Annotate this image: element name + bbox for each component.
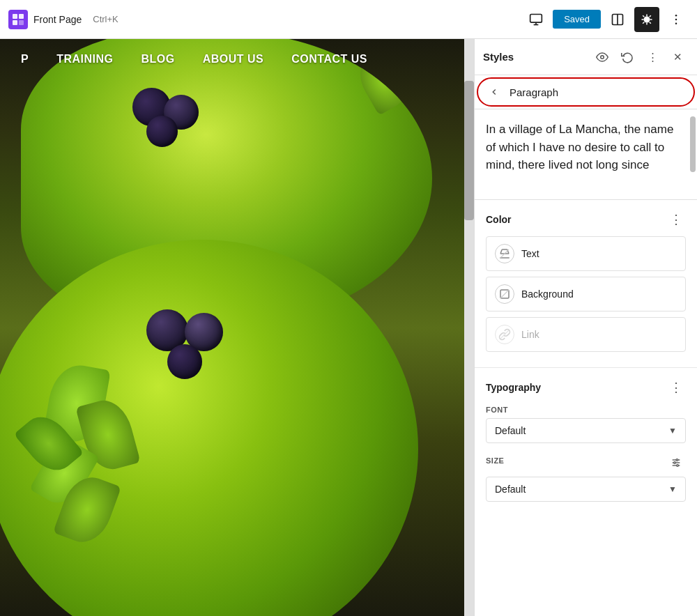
svg-rect-4 bbox=[530, 14, 542, 22]
text-preview-scrollbar[interactable] bbox=[690, 109, 696, 199]
font-select[interactable]: Default ▼ bbox=[486, 418, 686, 443]
svg-rect-1 bbox=[19, 14, 24, 19]
history-button[interactable] bbox=[616, 46, 638, 68]
nav-overlay: P TRAINING BLOG ABOUT US CONTACT US bbox=[0, 53, 388, 66]
close-panel-button[interactable]: ✕ bbox=[666, 46, 689, 68]
panel-title: Styles bbox=[483, 51, 514, 63]
color-section-header: Color ⋮ bbox=[486, 210, 686, 229]
save-button[interactable]: Saved bbox=[553, 10, 601, 29]
preview-button[interactable] bbox=[591, 46, 613, 68]
svg-point-28 bbox=[677, 465, 679, 467]
svg-point-27 bbox=[674, 462, 676, 464]
page-title: Front Page bbox=[33, 14, 82, 25]
size-row: SIZE bbox=[486, 453, 686, 472]
text-color-item[interactable]: Text bbox=[486, 236, 686, 271]
svg-point-12 bbox=[675, 22, 677, 24]
paragraph-nav-title: Paragraph bbox=[510, 86, 558, 98]
nav-item-about[interactable]: ABOUT US bbox=[203, 53, 264, 66]
jar-bottom-image bbox=[0, 240, 418, 616]
color-section: Color ⋮ Text bbox=[475, 200, 697, 368]
svg-line-21 bbox=[500, 290, 509, 298]
typography-section-header: Typography ⋮ bbox=[486, 378, 686, 397]
theme-toggle-button[interactable] bbox=[634, 7, 659, 32]
desktop-view-button[interactable] bbox=[523, 7, 549, 32]
svg-point-13 bbox=[601, 55, 604, 59]
link-color-label: Link bbox=[521, 329, 539, 340]
topbar: Front Page Ctrl+K Saved bbox=[0, 0, 697, 39]
typography-section-menu-button[interactable]: ⋮ bbox=[666, 378, 686, 397]
svg-rect-3 bbox=[19, 20, 24, 25]
panel-header: Styles ⋮ ✕ bbox=[475, 39, 697, 75]
nav-item-blog[interactable]: BLOG bbox=[141, 53, 175, 66]
text-preview-scrollbar-thumb[interactable] bbox=[690, 116, 696, 172]
canvas-scrollbar[interactable] bbox=[464, 39, 474, 616]
svg-point-11 bbox=[675, 18, 677, 20]
text-color-icon bbox=[495, 244, 514, 263]
page-background: P TRAINING BLOG ABOUT US CONTACT US bbox=[0, 39, 474, 616]
svg-point-9 bbox=[644, 16, 650, 22]
link-color-icon bbox=[495, 325, 514, 344]
size-select-value: Default bbox=[495, 484, 526, 495]
typography-section-title: Typography bbox=[486, 382, 541, 393]
color-section-title: Color bbox=[486, 214, 512, 225]
text-color-label: Text bbox=[521, 248, 539, 259]
nav-item-contact[interactable]: CONTACT US bbox=[291, 53, 367, 66]
main-area: P TRAINING BLOG ABOUT US CONTACT US bbox=[0, 39, 697, 616]
more-panel-options-button[interactable]: ⋮ bbox=[641, 46, 664, 68]
svg-point-10 bbox=[675, 14, 677, 16]
size-select[interactable]: Default ▼ bbox=[486, 477, 686, 502]
background-color-label: Background bbox=[521, 288, 574, 300]
text-preview: In a village of La Mancha, the name of w… bbox=[475, 109, 697, 200]
canvas-area[interactable]: P TRAINING BLOG ABOUT US CONTACT US bbox=[0, 39, 474, 616]
font-select-value: Default bbox=[495, 425, 526, 436]
font-select-arrow-icon: ▼ bbox=[668, 426, 677, 436]
size-select-arrow-icon: ▼ bbox=[668, 484, 677, 494]
svg-rect-0 bbox=[13, 14, 17, 19]
link-color-item[interactable]: Link bbox=[486, 317, 686, 352]
topbar-icons: Saved bbox=[523, 7, 689, 32]
paragraph-nav: Paragraph bbox=[475, 75, 697, 109]
size-label: SIZE bbox=[486, 456, 504, 465]
nav-item-training[interactable]: TRAINING bbox=[56, 53, 113, 66]
panel-header-icons: ⋮ ✕ bbox=[591, 46, 689, 68]
canvas-scrollbar-thumb[interactable] bbox=[464, 81, 474, 220]
app-logo[interactable] bbox=[8, 10, 28, 29]
keyboard-shortcut: Ctrl+K bbox=[93, 14, 118, 24]
nav-item-p[interactable]: P bbox=[21, 53, 29, 66]
svg-line-22 bbox=[500, 330, 509, 339]
color-section-menu-button[interactable]: ⋮ bbox=[666, 210, 686, 229]
svg-point-26 bbox=[676, 459, 678, 461]
right-panel: Styles ⋮ ✕ bbox=[474, 39, 697, 616]
size-settings-button[interactable] bbox=[666, 453, 686, 472]
background-color-item[interactable]: Background bbox=[486, 277, 686, 311]
preview-text: In a village of La Mancha, the name of w… bbox=[486, 123, 673, 171]
background-color-icon bbox=[495, 284, 514, 304]
svg-line-16 bbox=[500, 249, 502, 254]
more-options-button[interactable] bbox=[664, 7, 689, 32]
typography-section: Typography ⋮ FONT Default ▼ SIZE bbox=[475, 368, 697, 521]
split-view-button[interactable] bbox=[605, 7, 630, 32]
canvas-content: P TRAINING BLOG ABOUT US CONTACT US bbox=[0, 39, 474, 616]
font-label: FONT bbox=[486, 406, 686, 414]
back-button[interactable] bbox=[484, 82, 504, 102]
svg-rect-2 bbox=[13, 20, 17, 25]
